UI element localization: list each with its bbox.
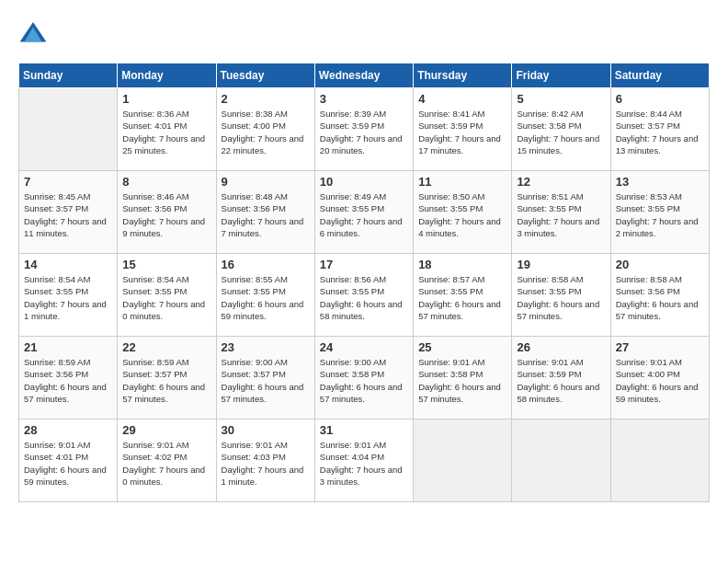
day-number: 22 <box>122 340 210 354</box>
day-info: Sunrise: 8:42 AM Sunset: 3:58 PM Dayligh… <box>517 108 605 156</box>
calendar-cell: 25Sunrise: 9:01 AM Sunset: 3:58 PM Dayli… <box>414 337 512 419</box>
day-info: Sunrise: 9:01 AM Sunset: 4:04 PM Dayligh… <box>320 439 408 488</box>
day-info: Sunrise: 8:36 AM Sunset: 4:01 PM Dayligh… <box>122 108 210 156</box>
calendar-cell: 22Sunrise: 8:59 AM Sunset: 3:57 PM Dayli… <box>118 337 216 419</box>
day-number: 14 <box>24 258 112 271</box>
day-number: 29 <box>122 423 210 437</box>
day-info: Sunrise: 9:01 AM Sunset: 4:02 PM Dayligh… <box>122 439 210 488</box>
day-number: 21 <box>24 340 112 354</box>
day-number: 26 <box>517 340 605 354</box>
calendar-week-5: 28Sunrise: 9:01 AM Sunset: 4:01 PM Dayli… <box>19 419 710 502</box>
day-info: Sunrise: 9:01 AM Sunset: 4:01 PM Dayligh… <box>24 439 112 488</box>
calendar-cell: 10Sunrise: 8:49 AM Sunset: 3:55 PM Dayli… <box>314 171 413 254</box>
day-info: Sunrise: 8:58 AM Sunset: 3:55 PM Dayligh… <box>517 273 605 322</box>
day-number: 16 <box>222 258 310 271</box>
logo-icon <box>18 18 48 48</box>
logo <box>18 18 51 48</box>
day-info: Sunrise: 8:54 AM Sunset: 3:55 PM Dayligh… <box>24 273 112 322</box>
day-number: 6 <box>616 92 704 106</box>
calendar-week-2: 7Sunrise: 8:45 AM Sunset: 3:57 PM Daylig… <box>19 171 710 254</box>
day-info: Sunrise: 8:59 AM Sunset: 3:57 PM Dayligh… <box>122 356 210 405</box>
day-number: 31 <box>320 423 408 437</box>
day-info: Sunrise: 9:00 AM Sunset: 3:58 PM Dayligh… <box>320 356 408 405</box>
column-header-sunday: Sunday <box>19 63 118 88</box>
column-header-tuesday: Tuesday <box>216 63 314 88</box>
calendar-cell: 3Sunrise: 8:39 AM Sunset: 3:59 PM Daylig… <box>314 88 413 171</box>
day-info: Sunrise: 9:00 AM Sunset: 3:57 PM Dayligh… <box>222 356 310 405</box>
calendar-cell: 24Sunrise: 9:00 AM Sunset: 3:58 PM Dayli… <box>314 337 413 419</box>
day-info: Sunrise: 8:38 AM Sunset: 4:00 PM Dayligh… <box>222 108 310 156</box>
day-number: 9 <box>222 175 310 189</box>
day-info: Sunrise: 9:01 AM Sunset: 4:03 PM Dayligh… <box>222 439 310 488</box>
day-info: Sunrise: 8:57 AM Sunset: 3:55 PM Dayligh… <box>418 273 506 322</box>
day-number: 8 <box>122 175 210 189</box>
day-number: 4 <box>418 92 506 106</box>
column-header-thursday: Thursday <box>414 63 512 88</box>
day-number: 7 <box>24 175 112 189</box>
calendar-week-4: 21Sunrise: 8:59 AM Sunset: 3:56 PM Dayli… <box>19 337 710 419</box>
calendar-table: SundayMondayTuesdayWednesdayThursdayFrid… <box>18 63 710 502</box>
day-number: 28 <box>24 423 112 437</box>
calendar-cell: 4Sunrise: 8:41 AM Sunset: 3:59 PM Daylig… <box>414 88 512 171</box>
calendar-cell: 26Sunrise: 9:01 AM Sunset: 3:59 PM Dayli… <box>512 337 610 419</box>
day-number: 15 <box>122 258 210 271</box>
calendar-cell: 16Sunrise: 8:55 AM Sunset: 3:55 PM Dayli… <box>216 254 314 337</box>
day-number: 5 <box>517 92 605 106</box>
page-header <box>18 18 710 48</box>
day-number: 18 <box>418 258 506 271</box>
calendar-cell: 19Sunrise: 8:58 AM Sunset: 3:55 PM Dayli… <box>512 254 610 337</box>
calendar-cell: 21Sunrise: 8:59 AM Sunset: 3:56 PM Dayli… <box>19 337 118 419</box>
calendar-week-3: 14Sunrise: 8:54 AM Sunset: 3:55 PM Dayli… <box>19 254 710 337</box>
column-header-saturday: Saturday <box>610 63 709 88</box>
day-info: Sunrise: 8:51 AM Sunset: 3:55 PM Dayligh… <box>517 190 605 239</box>
day-info: Sunrise: 9:01 AM Sunset: 4:00 PM Dayligh… <box>616 356 704 405</box>
day-info: Sunrise: 8:48 AM Sunset: 3:56 PM Dayligh… <box>222 190 310 239</box>
calendar-cell: 20Sunrise: 8:58 AM Sunset: 3:56 PM Dayli… <box>610 254 709 337</box>
day-info: Sunrise: 8:50 AM Sunset: 3:55 PM Dayligh… <box>418 190 506 239</box>
day-number: 1 <box>122 92 210 106</box>
calendar-cell <box>414 419 512 502</box>
calendar-cell: 7Sunrise: 8:45 AM Sunset: 3:57 PM Daylig… <box>19 171 118 254</box>
day-number: 2 <box>222 92 310 106</box>
calendar-cell: 5Sunrise: 8:42 AM Sunset: 3:58 PM Daylig… <box>512 88 610 171</box>
calendar-cell: 27Sunrise: 9:01 AM Sunset: 4:00 PM Dayli… <box>610 337 709 419</box>
calendar-cell: 12Sunrise: 8:51 AM Sunset: 3:55 PM Dayli… <box>512 171 610 254</box>
calendar-cell: 8Sunrise: 8:46 AM Sunset: 3:56 PM Daylig… <box>118 171 216 254</box>
day-number: 25 <box>418 340 506 354</box>
day-info: Sunrise: 8:44 AM Sunset: 3:57 PM Dayligh… <box>616 108 704 156</box>
calendar-week-1: 1Sunrise: 8:36 AM Sunset: 4:01 PM Daylig… <box>19 88 710 171</box>
column-header-wednesday: Wednesday <box>314 63 413 88</box>
day-info: Sunrise: 8:39 AM Sunset: 3:59 PM Dayligh… <box>320 108 408 156</box>
calendar-cell: 14Sunrise: 8:54 AM Sunset: 3:55 PM Dayli… <box>19 254 118 337</box>
day-info: Sunrise: 9:01 AM Sunset: 3:58 PM Dayligh… <box>418 356 506 405</box>
calendar-cell: 29Sunrise: 9:01 AM Sunset: 4:02 PM Dayli… <box>118 419 216 502</box>
day-info: Sunrise: 9:01 AM Sunset: 3:59 PM Dayligh… <box>517 356 605 405</box>
calendar-cell <box>19 88 118 171</box>
calendar-body: 1Sunrise: 8:36 AM Sunset: 4:01 PM Daylig… <box>19 88 710 502</box>
day-number: 11 <box>418 175 506 189</box>
calendar-cell: 18Sunrise: 8:57 AM Sunset: 3:55 PM Dayli… <box>414 254 512 337</box>
day-number: 13 <box>616 175 704 189</box>
day-number: 30 <box>222 423 310 437</box>
calendar-cell: 28Sunrise: 9:01 AM Sunset: 4:01 PM Dayli… <box>19 419 118 502</box>
column-header-monday: Monday <box>118 63 216 88</box>
day-info: Sunrise: 8:41 AM Sunset: 3:59 PM Dayligh… <box>418 108 506 156</box>
calendar-cell <box>512 419 610 502</box>
day-info: Sunrise: 8:49 AM Sunset: 3:55 PM Dayligh… <box>320 190 408 239</box>
day-info: Sunrise: 8:45 AM Sunset: 3:57 PM Dayligh… <box>24 190 112 239</box>
day-info: Sunrise: 8:59 AM Sunset: 3:56 PM Dayligh… <box>24 356 112 405</box>
calendar-cell: 11Sunrise: 8:50 AM Sunset: 3:55 PM Dayli… <box>414 171 512 254</box>
day-info: Sunrise: 8:56 AM Sunset: 3:55 PM Dayligh… <box>320 273 408 322</box>
calendar-header: SundayMondayTuesdayWednesdayThursdayFrid… <box>19 63 710 88</box>
day-number: 20 <box>616 258 704 271</box>
column-header-friday: Friday <box>512 63 610 88</box>
day-info: Sunrise: 8:55 AM Sunset: 3:55 PM Dayligh… <box>222 273 310 322</box>
day-info: Sunrise: 8:46 AM Sunset: 3:56 PM Dayligh… <box>122 190 210 239</box>
calendar-cell: 17Sunrise: 8:56 AM Sunset: 3:55 PM Dayli… <box>314 254 413 337</box>
day-number: 19 <box>517 258 605 271</box>
day-number: 17 <box>320 258 408 271</box>
calendar-cell: 15Sunrise: 8:54 AM Sunset: 3:55 PM Dayli… <box>118 254 216 337</box>
day-info: Sunrise: 8:53 AM Sunset: 3:55 PM Dayligh… <box>616 190 704 239</box>
calendar-cell: 30Sunrise: 9:01 AM Sunset: 4:03 PM Dayli… <box>216 419 314 502</box>
day-number: 27 <box>616 340 704 354</box>
